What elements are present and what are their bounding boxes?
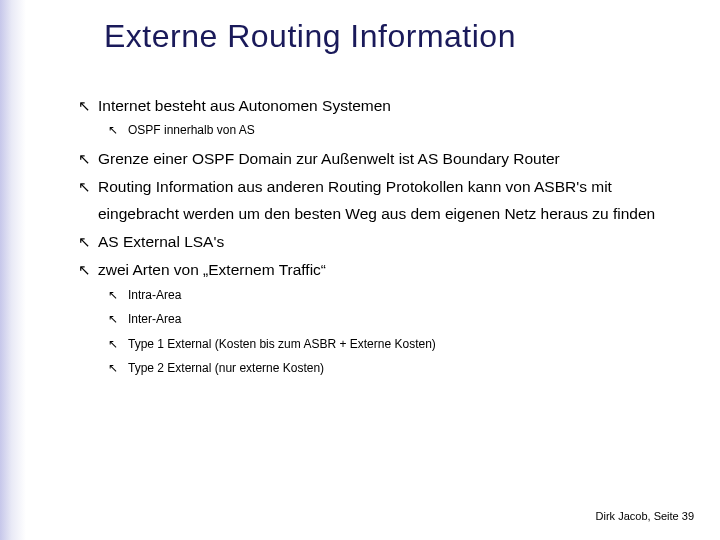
arrow-icon: ↖	[78, 146, 98, 172]
bullet-l1: ↖ AS External LSA's	[78, 229, 678, 255]
bullet-text: AS External LSA's	[98, 229, 678, 255]
footer-page-label: Dirk Jacob, Seite 39	[596, 510, 694, 522]
arrow-icon: ↖	[108, 286, 128, 305]
arrow-icon: ↖	[108, 335, 128, 354]
bullet-text: Intra-Area	[128, 286, 181, 305]
bullet-l2: ↖ Type 2 External (nur externe Kosten)	[108, 359, 678, 378]
bullet-text: OSPF innerhalb von AS	[128, 121, 255, 140]
slide-title: Externe Routing Information	[104, 18, 720, 55]
arrow-icon: ↖	[108, 359, 128, 378]
arrow-icon: ↖	[78, 229, 98, 255]
arrow-icon: ↖	[78, 257, 98, 283]
bullet-l1: ↖ Internet besteht aus Autonomen Systeme…	[78, 93, 678, 119]
bullet-l1: ↖ zwei Arten von „Externem Traffic“	[78, 257, 678, 283]
arrow-icon: ↖	[108, 121, 128, 140]
slide: Externe Routing Information ↖ Internet b…	[0, 0, 720, 540]
bullet-text: Type 1 External (Kosten bis zum ASBR + E…	[128, 335, 436, 354]
arrow-icon: ↖	[78, 93, 98, 119]
bullet-l1: ↖ Grenze einer OSPF Domain zur Außenwelt…	[78, 146, 678, 172]
bullet-l1: ↖ Routing Information aus anderen Routin…	[78, 174, 678, 227]
slide-content: ↖ Internet besteht aus Autonomen Systeme…	[78, 93, 678, 378]
bullet-l2: ↖ Type 1 External (Kosten bis zum ASBR +…	[108, 335, 678, 354]
bullet-text: Type 2 External (nur externe Kosten)	[128, 359, 324, 378]
bullet-l2: ↖ Intra-Area	[108, 286, 678, 305]
bullet-text: Routing Information aus anderen Routing …	[98, 174, 678, 227]
bullet-l2: ↖ OSPF innerhalb von AS	[108, 121, 678, 140]
bullet-text: Inter-Area	[128, 310, 181, 329]
arrow-icon: ↖	[78, 174, 98, 200]
bullet-text: zwei Arten von „Externem Traffic“	[98, 257, 678, 283]
bullet-l2: ↖ Inter-Area	[108, 310, 678, 329]
bullet-text: Internet besteht aus Autonomen Systemen	[98, 93, 678, 119]
arrow-icon: ↖	[108, 310, 128, 329]
bullet-text: Grenze einer OSPF Domain zur Außenwelt i…	[98, 146, 678, 172]
